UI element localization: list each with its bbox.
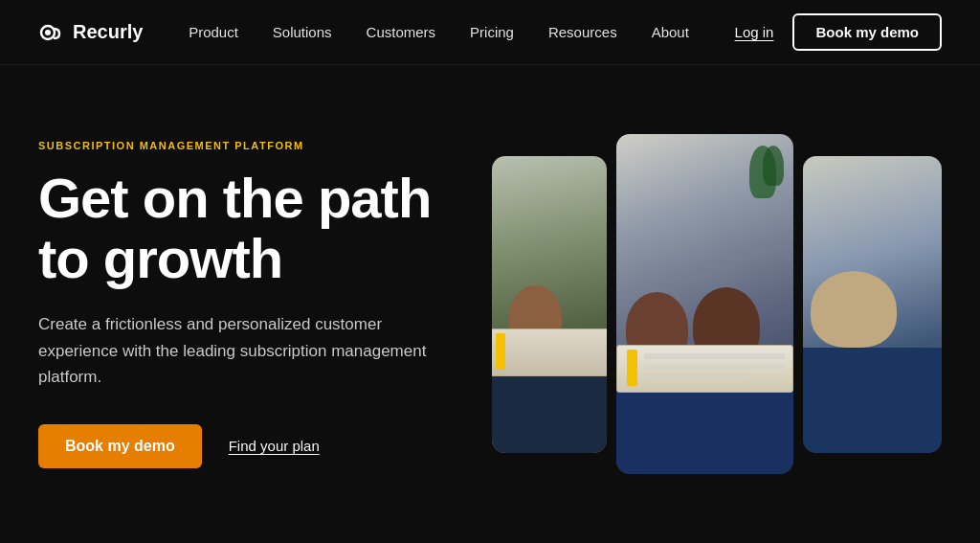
hero-title: Get on the path to growth bbox=[38, 169, 434, 288]
hero-image-panel-right bbox=[803, 156, 942, 453]
main-navigation: Recurly Product Solutions Customers Pric… bbox=[0, 0, 980, 65]
hero-images bbox=[492, 65, 942, 543]
nav-item-resources[interactable]: Resources bbox=[548, 24, 617, 40]
nav-right: Log in Book my demo bbox=[735, 13, 942, 51]
find-plan-link[interactable]: Find your plan bbox=[229, 438, 320, 454]
hero-section: SUBSCRIPTION MANAGEMENT PLATFORM Get on … bbox=[0, 65, 980, 543]
nav-book-demo-button[interactable]: Book my demo bbox=[792, 13, 942, 51]
nav-item-customers[interactable]: Customers bbox=[367, 24, 436, 40]
hero-subtitle: Create a frictionless and personalized c… bbox=[38, 311, 434, 390]
hero-content: SUBSCRIPTION MANAGEMENT PLATFORM Get on … bbox=[38, 140, 434, 468]
hero-image-panel-center bbox=[616, 134, 793, 474]
nav-item-about[interactable]: About bbox=[652, 24, 689, 40]
logo-icon bbox=[38, 19, 65, 46]
nav-links: Product Solutions Customers Pricing Reso… bbox=[189, 24, 689, 41]
svg-point-1 bbox=[45, 30, 51, 35]
logo[interactable]: Recurly bbox=[38, 19, 143, 46]
hero-image-panel-left bbox=[492, 156, 607, 453]
hero-eyebrow: SUBSCRIPTION MANAGEMENT PLATFORM bbox=[38, 140, 434, 151]
hero-ctas: Book my demo Find your plan bbox=[38, 424, 434, 468]
nav-item-product[interactable]: Product bbox=[189, 24, 238, 40]
nav-item-solutions[interactable]: Solutions bbox=[273, 24, 332, 40]
logo-text: Recurly bbox=[73, 21, 143, 43]
nav-item-pricing[interactable]: Pricing bbox=[470, 24, 514, 40]
hero-book-demo-button[interactable]: Book my demo bbox=[38, 424, 202, 468]
login-link[interactable]: Log in bbox=[735, 24, 774, 40]
